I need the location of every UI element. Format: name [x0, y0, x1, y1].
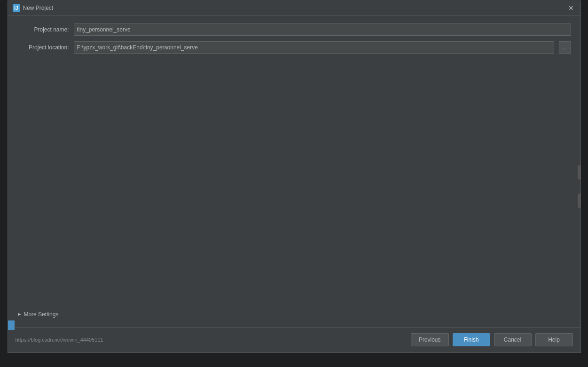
footer-left: https://blog.csdn.net/weixin_44405111: [16, 337, 103, 343]
title-bar-left: IJ New Project: [13, 4, 54, 12]
middle-area: [17, 59, 571, 302]
more-settings-label: More Settings: [24, 311, 58, 318]
app-icon: IJ: [13, 4, 20, 12]
project-name-label: Project name:: [17, 26, 69, 33]
project-name-row: Project name:: [17, 23, 571, 36]
dialog-footer: https://blog.csdn.net/weixin_44405111 Pr…: [8, 327, 580, 352]
more-settings-row[interactable]: ► More Settings: [17, 309, 571, 320]
app-icon-label: IJ: [14, 6, 18, 11]
left-side-indicator: [8, 320, 15, 330]
help-button[interactable]: Help: [535, 333, 573, 346]
finish-button[interactable]: Finish: [453, 333, 490, 346]
browse-button[interactable]: ...: [559, 41, 571, 54]
right-handle-top: [578, 165, 580, 180]
chevron-right-icon: ►: [17, 312, 22, 317]
dialog-title: New Project: [23, 5, 54, 11]
project-name-input[interactable]: [74, 23, 571, 36]
footer-url: https://blog.csdn.net/weixin_44405111: [16, 337, 103, 343]
close-button[interactable]: ✕: [566, 3, 576, 13]
more-settings-section: ► More Settings: [17, 309, 571, 320]
cancel-button[interactable]: Cancel: [494, 333, 532, 346]
title-bar: IJ New Project ✕: [8, 1, 580, 16]
dialog-content: Project name: Project location: ... ► Mo…: [8, 16, 580, 327]
footer-buttons: Previous Finish Cancel Help: [411, 333, 573, 346]
project-location-row: Project location: ...: [17, 41, 571, 54]
project-location-input[interactable]: [74, 41, 554, 54]
new-project-dialog: IJ New Project ✕ Project name: Project l…: [8, 0, 581, 353]
project-location-label: Project location:: [17, 44, 69, 51]
right-handle-bottom: [578, 194, 580, 208]
previous-button[interactable]: Previous: [411, 333, 449, 346]
